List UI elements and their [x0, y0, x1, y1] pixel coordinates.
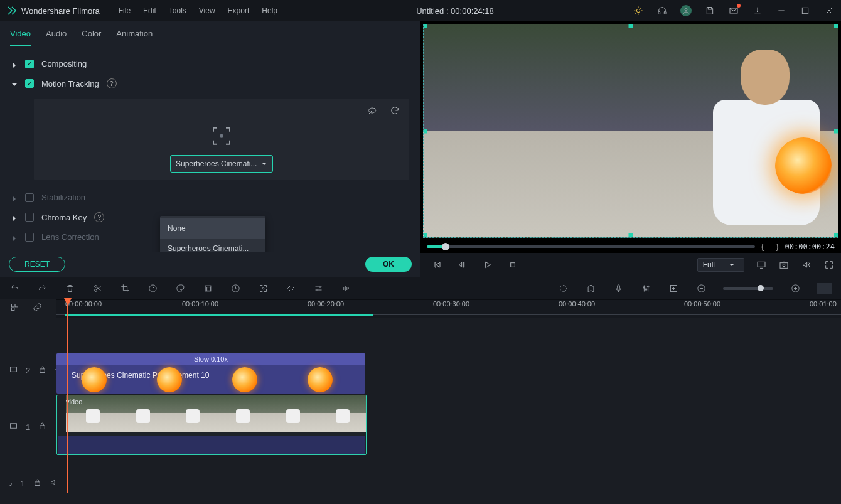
snapshot-icon[interactable] [778, 259, 790, 271]
stop-icon[interactable] [507, 259, 518, 271]
chevron-right-icon [11, 234, 18, 240]
window-close[interactable] [823, 5, 835, 16]
menu-view[interactable]: View [199, 6, 215, 15]
cut-icon[interactable] [92, 283, 103, 294]
compositing-checkbox[interactable] [25, 60, 34, 68]
reset-button[interactable]: RESET [9, 257, 65, 272]
keyframe-icon[interactable] [285, 283, 296, 294]
chevron-right-icon [11, 214, 18, 220]
window-maximize[interactable] [800, 5, 811, 16]
in-brace: { [760, 242, 765, 252]
zoom-thumb[interactable] [758, 285, 764, 291]
track-row-video1: 1 video [0, 392, 841, 461]
display-icon[interactable] [756, 259, 767, 271]
chevron-right-icon [11, 61, 18, 67]
add-media-icon[interactable] [668, 283, 679, 294]
video-track-icon [9, 421, 18, 432]
zoom-in-icon[interactable] [790, 283, 801, 294]
focus-target-icon[interactable] [211, 126, 232, 149]
timeline-ruler[interactable]: 00:00:00:00 00:00:10:00 00:00:20:00 00:0… [56, 299, 841, 318]
undo-icon[interactable] [9, 283, 20, 294]
tab-video[interactable]: Video [10, 29, 31, 46]
tab-animation[interactable]: Animation [116, 29, 153, 46]
audio-stretch-icon[interactable] [340, 283, 351, 294]
dropdown-option-superheroes[interactable]: Superheroes Cinemati... [160, 239, 265, 252]
play-icon[interactable] [482, 259, 493, 271]
dropdown-option-none[interactable]: None [160, 218, 265, 239]
visibility-icon[interactable] [367, 105, 378, 116]
color-icon[interactable] [174, 283, 186, 294]
preview-canvas[interactable] [423, 24, 838, 238]
tab-color[interactable]: Color [82, 29, 101, 46]
crop-icon[interactable] [119, 283, 131, 294]
tab-audio[interactable]: Audio [46, 29, 67, 46]
menu-edit[interactable]: Edit [143, 6, 156, 15]
motion-tracking-checkbox[interactable] [25, 79, 34, 88]
light-icon[interactable] [633, 5, 644, 16]
help-icon[interactable]: ? [94, 212, 104, 222]
preview-scrubber[interactable]: { } 00:00:00:24 [420, 240, 841, 253]
download-icon[interactable] [752, 5, 763, 16]
step-back-icon[interactable] [457, 259, 468, 271]
lock-icon[interactable] [33, 478, 42, 489]
zoom-out-icon[interactable] [695, 283, 707, 294]
ruler-tick: 00:01:00 [810, 300, 837, 308]
window-minimize[interactable] [776, 5, 787, 16]
headphones-icon[interactable] [656, 5, 668, 16]
marker-icon[interactable] [585, 283, 596, 294]
app-name: Wondershare Filmora [21, 6, 100, 16]
menu-export[interactable]: Export [228, 6, 250, 15]
chroma-key-checkbox[interactable] [25, 213, 34, 222]
lock-icon[interactable] [38, 421, 47, 432]
svg-rect-30 [11, 304, 14, 306]
tracking-target-dropdown[interactable]: Superheroes Cinemati... [170, 155, 273, 173]
fullscreen-icon[interactable] [823, 259, 835, 271]
help-icon[interactable]: ? [107, 78, 117, 88]
record-voiceover-icon[interactable] [613, 283, 624, 294]
zoom-to-fit-icon[interactable] [817, 283, 832, 294]
svg-rect-37 [40, 426, 45, 429]
refresh-icon[interactable] [389, 105, 400, 116]
ruler-tick: 00:00:00:00 [65, 300, 102, 308]
app-logo-icon [6, 5, 18, 16]
redo-icon[interactable] [36, 283, 48, 294]
volume-icon[interactable] [801, 259, 812, 271]
menu-help[interactable]: Help [262, 6, 277, 15]
lens-correction-checkbox[interactable] [25, 233, 34, 242]
zoom-slider[interactable] [723, 287, 773, 290]
account-icon[interactable] [680, 5, 692, 16]
preview-timecode: 00:00:00:24 [785, 242, 835, 251]
render-icon[interactable] [557, 283, 569, 294]
speed-icon[interactable] [147, 283, 158, 294]
menu-file[interactable]: File [119, 6, 131, 15]
duration-icon[interactable] [230, 283, 241, 294]
track-motion-icon[interactable] [257, 283, 269, 294]
lock-icon[interactable] [38, 365, 47, 376]
prev-frame-icon[interactable] [432, 259, 443, 271]
motion-tracking-row[interactable]: Motion Tracking ? [9, 73, 417, 94]
tracks-area: 2 Slow 0.10x Superheroes Cinematic Pack … [0, 318, 841, 493]
save-icon[interactable] [704, 5, 715, 16]
clip-superheroes-element[interactable]: Slow 0.10x Superheroes Cinematic Pack El… [56, 353, 365, 394]
mail-icon[interactable] [728, 5, 739, 16]
speaker-icon[interactable] [50, 478, 59, 489]
out-brace: } [775, 242, 780, 252]
delete-icon[interactable] [64, 283, 75, 294]
work-area[interactable] [65, 314, 373, 316]
menu-tools[interactable]: Tools [169, 6, 186, 15]
adjust-icon[interactable] [313, 283, 324, 294]
stabilization-checkbox[interactable] [25, 193, 34, 202]
playhead[interactable] [67, 299, 68, 493]
link-icon[interactable] [31, 301, 43, 313]
svg-rect-39 [35, 482, 40, 486]
scrubber-thumb[interactable] [442, 243, 449, 250]
mixer-icon[interactable] [640, 283, 651, 294]
stabilization-row[interactable]: Stabilization [9, 188, 417, 207]
ok-button[interactable]: OK [365, 257, 412, 272]
compositing-row[interactable]: Compositing [9, 54, 417, 73]
timeline-options-icon[interactable] [9, 301, 20, 313]
clip-video-main[interactable]: video [56, 395, 367, 455]
crop-zoom-icon[interactable] [202, 283, 213, 294]
svg-rect-11 [780, 263, 788, 269]
quality-select[interactable]: Full [697, 258, 744, 272]
